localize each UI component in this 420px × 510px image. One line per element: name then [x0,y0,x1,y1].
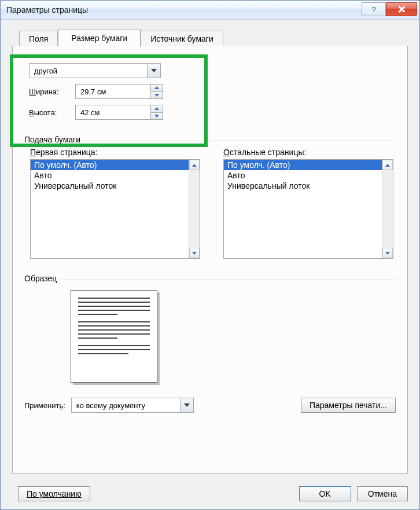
other-pages-listbox[interactable]: По умолч. (Авто) Авто Универсальный лото… [223,159,393,259]
paper-feed-legend: Подача бумаги [24,135,83,144]
list-item[interactable]: По умолч. (Авто) [224,160,382,170]
chevron-down-icon [385,252,390,255]
chevron-down-icon [192,252,197,255]
tab-panel: другой Ширина: 29,7 см Высота: [12,46,408,474]
scroll-down-button[interactable] [189,248,200,258]
scroll-up-button[interactable] [189,160,200,170]
help-icon: ? [371,5,375,14]
title-bar: Параметры страницы ? [1,1,419,20]
apply-to-combo[interactable]: ко всему документу [71,398,194,413]
paper-preset-dropdown-button[interactable] [147,64,160,78]
list-item[interactable]: Авто [31,170,189,181]
width-spin-up[interactable] [151,85,163,91]
tab-fields[interactable]: Поля [19,31,58,46]
height-value: 42 см [76,108,150,117]
default-button[interactable]: По умолчанию [18,486,90,501]
apply-to-dropdown-button[interactable] [180,398,193,412]
page-setup-window: Параметры страницы ? Поля Размер бумаги … [0,0,420,510]
height-spin-up[interactable] [151,105,163,112]
cancel-button[interactable]: Отмена [357,486,408,501]
other-pages-scrollbar[interactable] [382,160,393,258]
apply-to-value: ко всему документу [72,401,180,410]
width-spin-down[interactable] [151,91,163,99]
chevron-down-icon [151,69,157,72]
first-page-listbox[interactable]: По умолч. (Авто) Авто Универсальный лото… [30,159,200,259]
chevron-up-icon [385,164,390,167]
height-label: Высота: [29,108,75,117]
chevron-down-icon [154,94,159,97]
paper-preset-value: другой [30,67,147,75]
close-button[interactable] [386,2,417,16]
help-button[interactable]: ? [362,2,386,16]
first-page-label: Первая страница: [30,148,200,157]
print-options-button[interactable]: Параметры печати... [301,398,396,413]
paper-size-block: другой Ширина: 29,7 см Высота: [29,62,396,121]
sample-group: Образец [24,274,396,385]
list-item[interactable]: Универсальный лоток [224,181,382,191]
apply-to-label: Применить: [24,401,65,410]
width-spinner[interactable]: 29,7 см [75,84,163,99]
scroll-up-button[interactable] [382,160,393,170]
list-item[interactable]: Универсальный лоток [31,181,189,191]
list-item[interactable]: Авто [224,170,382,181]
close-icon [397,5,406,13]
tab-paper-size[interactable]: Размер бумаги [58,29,141,47]
tab-paper-source[interactable]: Источник бумаги [141,31,223,46]
other-pages-label: Остальные страницы: [223,148,393,157]
chevron-up-icon [154,107,159,110]
paper-preset-combo[interactable]: другой [29,63,161,78]
height-spin-down[interactable] [151,112,163,120]
sample-preview [71,290,157,383]
apply-row: Применить: ко всему документу Параметры … [24,398,396,413]
tab-strip: Поля Размер бумаги Источник бумаги [1,20,419,46]
list-item[interactable]: По умолч. (Авто) [31,160,189,170]
sample-legend: Образец [24,274,59,283]
width-value: 29,7 см [76,87,150,96]
height-spinner[interactable]: 42 см [75,105,163,120]
width-label: Ширина: [29,87,75,96]
ok-button[interactable]: OK [299,486,351,501]
paper-feed-group: Подача бумаги Первая страница: По умолч.… [24,135,396,261]
chevron-up-icon [192,164,197,167]
window-title: Параметры страницы [6,5,362,14]
chevron-down-icon [184,403,190,407]
first-page-scrollbar[interactable] [189,160,200,258]
chevron-up-icon [154,86,159,89]
dialog-footer: По умолчанию OK Отмена [12,486,408,501]
chevron-down-icon [154,115,159,118]
scroll-down-button[interactable] [382,248,393,258]
